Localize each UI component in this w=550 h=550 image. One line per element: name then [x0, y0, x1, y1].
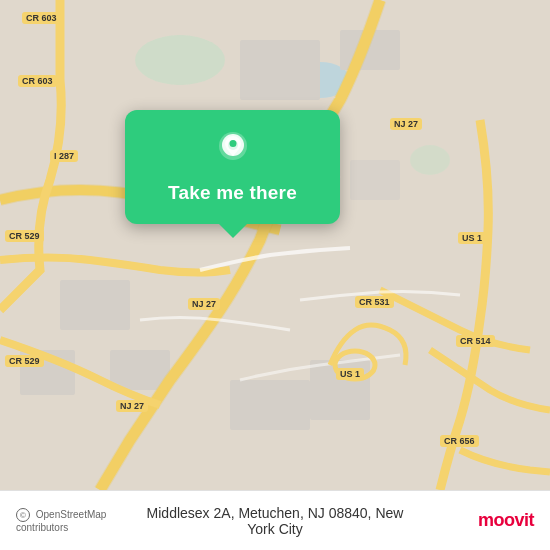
popup-card: Take me there [125, 110, 340, 224]
road-label-nj27-top: NJ 27 [390, 118, 422, 130]
svg-point-1 [135, 35, 225, 85]
svg-rect-4 [240, 40, 320, 100]
copyright-icon: © [16, 508, 30, 522]
svg-rect-10 [230, 380, 310, 430]
road-label-nj27-mid: NJ 27 [188, 298, 220, 310]
road-label-i287: I 287 [50, 150, 78, 162]
svg-point-3 [410, 145, 450, 175]
road-label-nj27-bottom: NJ 27 [116, 400, 148, 412]
copyright-notice: © OpenStreetMap contributors [16, 508, 146, 533]
road-label-cr514: CR 514 [456, 335, 495, 347]
bottom-bar: © OpenStreetMap contributors Middlesex 2… [0, 490, 550, 550]
svg-rect-7 [60, 280, 130, 330]
road-label-cr603-top: CR 603 [22, 12, 61, 24]
road-label-cr531: CR 531 [355, 296, 394, 308]
road-label-cr656: CR 656 [440, 435, 479, 447]
address-label: Middlesex 2A, Metuchen, NJ 08840, New Yo… [146, 505, 405, 537]
road-network [0, 0, 550, 490]
road-label-us1-bottom: US 1 [336, 368, 364, 380]
road-label-us1-right: US 1 [458, 232, 486, 244]
svg-point-16 [229, 140, 236, 147]
svg-rect-6 [350, 160, 400, 200]
location-pin-icon [211, 128, 255, 172]
moovit-logo-text: moovit [478, 510, 534, 530]
moovit-logo: moovit [405, 510, 535, 531]
take-me-there-button[interactable]: Take me there [168, 182, 297, 204]
road-label-cr529-bottom: CR 529 [5, 355, 44, 367]
map-container: CR 603 CR 603 I 287 CR 529 CR 529 NJ 27 … [0, 0, 550, 490]
road-label-cr529-left: CR 529 [5, 230, 44, 242]
road-label-cr603-mid: CR 603 [18, 75, 57, 87]
